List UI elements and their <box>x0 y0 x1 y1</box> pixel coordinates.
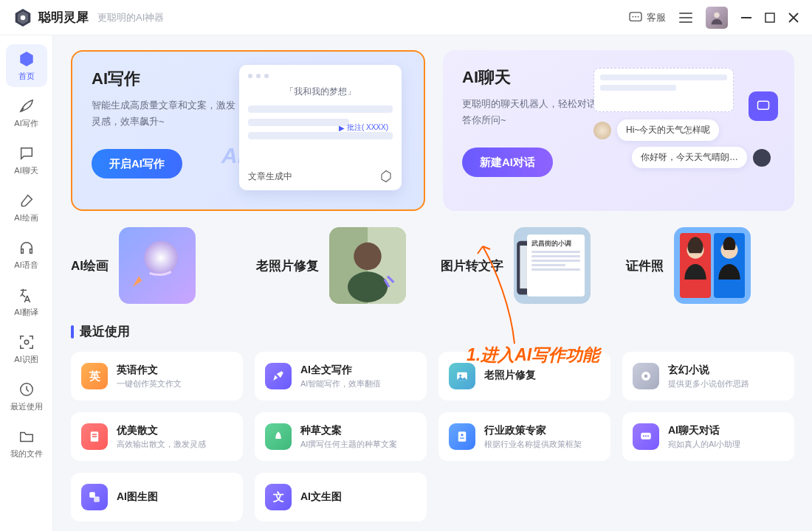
svg-rect-27 <box>458 431 467 442</box>
feature-id-photo[interactable]: 证件照 <box>626 227 795 304</box>
sidebar-item-ocr[interactable]: AI识图 <box>6 327 47 370</box>
menu-button[interactable] <box>679 13 692 23</box>
recent-card[interactable]: AI全文写作AI智能写作，效率翻倍 <box>255 352 427 400</box>
sidebar-item-chat[interactable]: AI聊天 <box>6 139 47 181</box>
chat-bubble-ai: 你好呀，今天天气晴朗… <box>632 147 747 168</box>
sidebar-item-write[interactable]: AI写作 <box>6 91 47 134</box>
svg-point-4 <box>638 15 639 17</box>
sidebar-item-label: AI翻译 <box>14 307 38 318</box>
hero-write-title: AI写作 <box>92 68 239 90</box>
sidebar-item-label: AI写作 <box>14 118 38 129</box>
sidebar-item-label: AI聊天 <box>14 165 38 176</box>
recent-card[interactable]: 行业政策专家根据行业名称提供政策框架 <box>438 412 610 461</box>
main-content: AI写作 智能生成高质量文章和文案，激发灵感，效率飙升~ 开启AI写作 AI 「… <box>53 35 812 531</box>
scan-icon <box>18 333 35 351</box>
recent-card[interactable]: 文AI文生图 <box>255 473 427 521</box>
svg-point-3 <box>635 15 636 17</box>
svg-point-28 <box>461 434 464 436</box>
policy-icon <box>449 423 475 450</box>
hero-write-desc: 智能生成高质量文章和文案，激发灵感，效率飙升~ <box>92 97 239 130</box>
recent-card[interactable]: 优美散文高效输出散文，激发灵感 <box>71 412 243 461</box>
feature-photo-restore[interactable]: 老照片修复 <box>256 227 425 304</box>
svg-point-32 <box>645 435 647 437</box>
dialog-icon <box>633 423 659 450</box>
recent-grid: 英英语作文一键创作英文作文 AI全文写作AI智能写作，效率翻倍 老照片修复 玄幻… <box>71 352 794 521</box>
sidebar-item-voice[interactable]: AI语音 <box>6 233 47 276</box>
user-avatar[interactable] <box>706 7 728 29</box>
customer-service-button[interactable]: 客服 <box>629 11 666 24</box>
sidebar-item-label: AI识图 <box>14 354 38 365</box>
photo-icon <box>449 363 475 389</box>
hero-card-write[interactable]: AI写作 智能生成高质量文章和文案，激发灵感，效率飙升~ 开启AI写作 AI 「… <box>71 50 425 211</box>
feature-thumb-ocr: 武昌街的小调 <box>514 227 591 304</box>
feature-title: AI绘画 <box>71 257 109 274</box>
hexagon-icon <box>379 170 393 183</box>
close-button[interactable] <box>788 13 799 23</box>
sidebar-item-label: 我的文件 <box>10 448 43 459</box>
svg-point-5 <box>714 12 719 17</box>
svg-rect-7 <box>765 13 774 22</box>
sidebar-item-files[interactable]: 我的文件 <box>6 422 47 465</box>
recent-card[interactable]: 老照片修复 <box>438 352 610 400</box>
maximize-button[interactable] <box>765 13 775 23</box>
translate-icon <box>18 286 35 304</box>
svg-point-23 <box>644 375 648 378</box>
img2img-icon <box>81 484 108 510</box>
english-icon: 英 <box>81 363 108 389</box>
svg-rect-35 <box>94 496 100 502</box>
novel-icon <box>633 363 659 389</box>
recent-heading: 最近使用 <box>71 323 794 340</box>
sidebar-item-translate[interactable]: AI翻译 <box>6 280 47 323</box>
app-name: 聪明灵犀 <box>38 9 89 26</box>
svg-point-0 <box>21 15 26 20</box>
grass-icon <box>265 423 292 450</box>
svg-rect-25 <box>92 434 97 435</box>
sidebar: 首页 AI写作 AI聊天 AI绘画 AI语音 AI翻译 AI识图 最近使用 我的… <box>0 35 53 531</box>
chat-mock-panel: Hi~今天的天气怎样呢 你好呀，今天天气晴朗… <box>593 68 771 168</box>
sidebar-item-paint[interactable]: AI绘画 <box>6 186 47 229</box>
sidebar-item-home[interactable]: 首页 <box>6 44 47 87</box>
headphone-icon <box>18 239 35 257</box>
hero-chat-title: AI聊天 <box>462 66 610 88</box>
app-logo-icon <box>13 8 32 27</box>
write-icon <box>265 363 292 389</box>
svg-rect-26 <box>92 436 97 437</box>
mock-doc-title: 「我和我的梦想」 <box>248 86 393 98</box>
txt2img-icon: 文 <box>265 484 292 510</box>
chat-bubble-user: Hi~今天的天气怎样呢 <box>617 119 719 141</box>
minimize-button[interactable] <box>741 13 751 23</box>
prose-icon <box>81 423 108 450</box>
feature-ocr[interactable]: 图片转文字 武昌街的小调 <box>441 227 610 304</box>
hero-card-chat[interactable]: AI聊天 更聪明的聊天机器人，轻松对话，答你所问~ 新建AI对话 Hi~今天的天… <box>443 50 794 211</box>
customer-service-label: 客服 <box>647 11 666 24</box>
svg-point-31 <box>643 435 644 437</box>
feature-title: 证件照 <box>626 257 664 274</box>
recent-card[interactable]: 玄幻小说提供更多小说创作思路 <box>622 352 794 400</box>
svg-point-33 <box>647 435 649 437</box>
recent-card[interactable]: 英英语作文一键创作英文作文 <box>71 352 243 400</box>
recent-card[interactable]: AI聊天对话宛如真人的AI小助理 <box>622 412 794 461</box>
sidebar-item-label: AI绘画 <box>14 212 38 223</box>
titlebar: 聪明灵犀 更聪明的AI神器 客服 <box>0 0 812 35</box>
feature-ai-paint[interactable]: AI绘画 <box>71 227 240 304</box>
brush-icon <box>18 192 35 209</box>
mock-annotation-tag: ▶ 批注( XXXX) <box>339 122 388 133</box>
chat-fab-icon <box>749 91 778 121</box>
new-ai-chat-button[interactable]: 新建AI对话 <box>462 148 553 177</box>
recent-card[interactable]: AI图生图 <box>71 473 243 521</box>
svg-point-14 <box>354 243 381 270</box>
feature-thumb-idphoto <box>674 227 751 304</box>
recent-card[interactable]: 种草文案AI撰写任何主题的种草文案 <box>255 412 427 461</box>
home-icon <box>18 50 35 68</box>
quill-icon <box>18 97 35 115</box>
sidebar-item-label: 首页 <box>18 71 35 82</box>
sidebar-item-label: 最近使用 <box>10 401 43 412</box>
svg-point-8 <box>24 340 29 344</box>
feature-thumb-paint <box>119 227 196 304</box>
start-ai-write-button[interactable]: 开启AI写作 <box>92 149 182 178</box>
sidebar-item-recent[interactable]: 最近使用 <box>6 375 47 417</box>
mock-status: 文章生成中 <box>248 170 292 183</box>
feature-thumb-restore <box>329 227 406 304</box>
write-mock-panel: 「我和我的梦想」 ▶ 批注( XXXX) 文章生成中 <box>239 65 402 190</box>
chat-icon <box>18 145 35 162</box>
